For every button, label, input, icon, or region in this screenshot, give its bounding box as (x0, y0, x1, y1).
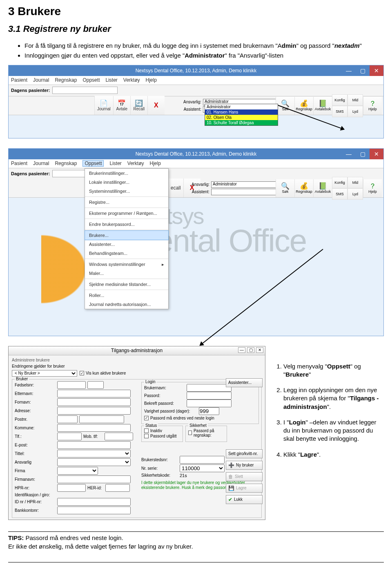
bruker-select[interactable]: < Ny Bruker > (12, 370, 77, 377)
sel-ansvarlig2[interactable] (57, 458, 131, 466)
menu-lister[interactable]: Lister (105, 77, 117, 83)
toolbar-avtalebok[interactable]: 📗Avtalebok (313, 179, 332, 197)
inp-fornavn[interactable] (57, 398, 131, 406)
toolbar-avtalebok[interactable]: 📗Avtalebok (313, 97, 332, 115)
toolbar-sok[interactable]: 🔍Søk (276, 179, 294, 197)
oppsett-menu-item[interactable]: Sjeldne medisinske tilstander... (85, 280, 168, 289)
toolbar-hjelp[interactable]: ？Hjelp (363, 97, 382, 115)
menu-lister[interactable]: Lister (109, 161, 121, 166)
ansvarlig-label: Ansvarlig: (188, 182, 209, 187)
oppsett-menu-item[interactable]: Behandlingsteam... (85, 249, 168, 258)
check-utgatt[interactable]: Passord utgått (144, 434, 180, 438)
menu-oppsett[interactable]: Oppsett (82, 160, 104, 167)
oppsett-menu-item[interactable]: Assistenter... (85, 240, 168, 249)
inp-varighet[interactable] (199, 407, 219, 415)
toolbar-sms[interactable]: SMS (332, 188, 347, 200)
menu-regnskap[interactable]: Regnskap (55, 77, 77, 83)
dlg-min-button[interactable]: — (238, 347, 245, 353)
minimize-button[interactable]: — (342, 65, 356, 76)
dlg-max-button[interactable]: ▢ (247, 347, 254, 353)
oppsett-menu-item[interactable]: Maler... (85, 269, 168, 278)
inp-postnr[interactable] (57, 415, 78, 423)
toolbar-right: 🔍Søk 💰Regnskap 📗Avtalebok Konfig Mld SMS… (276, 179, 382, 198)
vis-aktive-check[interactable]: ✓Vis kun aktive brukere (80, 371, 126, 375)
oppsett-menu-item[interactable]: Lokale innstillinger... (85, 178, 168, 187)
ansvarlig-option-2[interactable]: 02. Olsen Ola (205, 115, 278, 120)
toolbar-mld[interactable]: Mld (347, 177, 363, 188)
dagens-field[interactable] (52, 87, 118, 94)
inp-passord[interactable] (187, 392, 232, 399)
maximize-button[interactable]: ▢ (356, 149, 370, 159)
oppsett-menu-item[interactable]: Windows systeminnstillinger (85, 260, 168, 269)
menu-pasient[interactable]: Pasient (11, 77, 27, 83)
oppsett-menu-item[interactable]: Roller... (85, 291, 168, 300)
toolbar-avtale[interactable]: 📅Avtale (113, 96, 130, 115)
ansvarlig-options[interactable]: Administrator 01. Hansen Hans 02. Olsen … (205, 104, 278, 126)
toolbar-konfig[interactable]: Konfig (332, 94, 347, 106)
toolbar-lyd[interactable]: Lyd (347, 188, 363, 200)
check-inaktiv[interactable]: Inaktiv (144, 428, 180, 433)
inp-hpr[interactable] (57, 484, 86, 492)
inp-idnr[interactable] (57, 498, 131, 506)
oppsett-menu-item[interactable]: Endre brukerpassord... (85, 220, 168, 229)
oppsett-menu-item[interactable]: Brukere... (85, 230, 169, 240)
inp-poststed[interactable] (79, 415, 124, 423)
oppsett-menu-item[interactable]: Eksterne programmer / Røntgen... (85, 209, 168, 218)
menu-oppsett[interactable]: Oppsett (82, 77, 100, 83)
toolbar-recall[interactable]: ecall (168, 179, 183, 197)
btn-assistenter[interactable]: Assistenter... (226, 378, 263, 387)
menu-hjelp[interactable]: Hjelp (150, 161, 161, 166)
close-button[interactable]: ✕ (370, 65, 383, 76)
oppsett-menu-item[interactable]: Registre... (85, 198, 168, 207)
close-button[interactable]: ✕ (370, 149, 383, 159)
inp-brukersted[interactable] (180, 456, 225, 464)
sel-firma[interactable] (57, 467, 98, 475)
inp-etternavn[interactable] (57, 390, 131, 397)
sel-tittel[interactable] (57, 450, 131, 457)
btn-sett-giro[interactable]: Sett giro/kvitt-nr. (226, 449, 263, 458)
inp-fodselsnr[interactable] (57, 381, 86, 389)
toolbar-regnskap[interactable]: 💰Regnskap (294, 179, 313, 197)
inp-bank[interactable] (57, 507, 131, 514)
minimize-button[interactable]: — (342, 149, 356, 159)
menu-pasient[interactable]: Pasient (11, 161, 27, 166)
toolbar-x[interactable]: X (147, 96, 165, 115)
menu-verktoy[interactable]: Verktøy (127, 161, 144, 166)
oppsett-menu-item[interactable]: Systeminnstillinger... (85, 187, 168, 196)
menu-journal[interactable]: Journal (33, 161, 49, 166)
menu-verktoy[interactable]: Verktøy (123, 77, 140, 83)
menu-regnskap[interactable]: Regnskap (55, 161, 77, 166)
toolbar-sms[interactable]: SMS (332, 106, 347, 117)
menu-hjelp[interactable]: Hjelp (146, 77, 157, 83)
oppsett-menu-item[interactable]: Journal nødretts-autorisasjon... (85, 300, 168, 309)
ansvarlig-option-3[interactable]: 10. Schulte Toralf Ødegaa (205, 120, 278, 125)
ansvarlig-option-admin[interactable]: Administrator (205, 104, 278, 109)
inp-her[interactable] (105, 484, 130, 492)
inp-kommune[interactable] (57, 424, 131, 432)
check-pass-regnskap[interactable]: Passord på regnskap: (188, 428, 224, 437)
btn-lagre[interactable]: 💾Lagre (226, 484, 263, 493)
toolbar-konfig[interactable]: Konfig (332, 177, 347, 188)
toolbar-journal[interactable]: 📄Journal (94, 96, 113, 115)
menu-journal[interactable]: Journal (33, 77, 49, 83)
maximize-button[interactable]: ▢ (356, 65, 370, 76)
inp-tlf[interactable] (57, 433, 82, 440)
toolbar-mld[interactable]: Mld (347, 94, 363, 106)
toolbar-recall[interactable]: 🔄Recall (130, 96, 147, 115)
inp-epost[interactable] (57, 441, 131, 449)
btn-lukk[interactable]: ✔Lukk (226, 495, 263, 504)
toolbar-hjelp[interactable]: ？Hjelp (363, 179, 382, 197)
inp-firmanavn[interactable] (57, 475, 131, 483)
ansvarlig-option-1[interactable]: 01. Hansen Hans (205, 109, 278, 115)
oppsett-menu-item[interactable]: Brukerinnstillinger... (85, 169, 168, 178)
sel-nrserie[interactable]: 110000 (180, 464, 225, 472)
inp-adresse[interactable] (57, 407, 131, 415)
inp-mob[interactable] (105, 433, 133, 440)
inp-brukernavn[interactable] (187, 384, 232, 392)
btn-ny-bruker[interactable]: ➕Ny bruker (226, 461, 263, 470)
btn-slett[interactable]: 🗑Slett (226, 472, 263, 481)
dlg-close-button[interactable]: ✕ (256, 347, 263, 353)
toolbar-lyd[interactable]: Lyd (347, 106, 363, 117)
inp-fodselsnr2[interactable] (87, 381, 104, 389)
inp-bekreft[interactable] (187, 399, 232, 407)
